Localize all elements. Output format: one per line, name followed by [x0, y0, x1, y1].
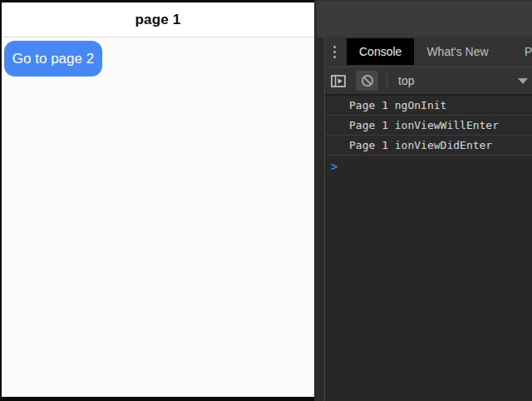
toolbar-separator — [387, 73, 387, 88]
kebab-menu-icon[interactable] — [328, 46, 341, 58]
devtools-left-border — [324, 37, 325, 401]
console-messages-area: Page 1 ngOnInit Page 1 ionViewWillEnter … — [324, 94, 532, 401]
screen: page 1 Go to page 2 Console What's New P — [0, 0, 532, 401]
console-log-row: Page 1 ngOnInit — [324, 96, 532, 116]
clear-console-icon[interactable] — [356, 71, 378, 91]
tab-clipped[interactable]: P — [525, 37, 532, 67]
tab-console[interactable]: Console — [347, 38, 414, 65]
console-prompt[interactable]: > — [324, 156, 532, 177]
app-viewport: page 1 Go to page 2 — [2, 2, 314, 397]
page-title: page 1 — [135, 12, 180, 28]
app-header: page 1 — [2, 2, 314, 37]
devtools-panel: Console What's New P top — [324, 0, 532, 401]
console-sidebar-icon[interactable] — [331, 75, 346, 87]
console-log-row: Page 1 ionViewDidEnter — [324, 136, 532, 156]
frame-context-selector[interactable]: top — [398, 74, 414, 87]
console-log-row: Page 1 ionViewWillEnter — [324, 116, 532, 136]
prompt-chevron-icon: > — [331, 160, 337, 173]
go-to-page-2-button[interactable]: Go to page 2 — [4, 41, 102, 77]
device-frame: page 1 Go to page 2 — [0, 0, 314, 401]
console-toolbar: top — [324, 67, 532, 94]
tab-whats-new[interactable]: What's New — [414, 37, 500, 67]
panel-divider[interactable] — [314, 0, 324, 401]
dropdown-caret-icon[interactable] — [518, 78, 528, 84]
devtools-top-strip — [317, 0, 532, 37]
devtools-tabbar: Console What's New P — [324, 37, 532, 67]
